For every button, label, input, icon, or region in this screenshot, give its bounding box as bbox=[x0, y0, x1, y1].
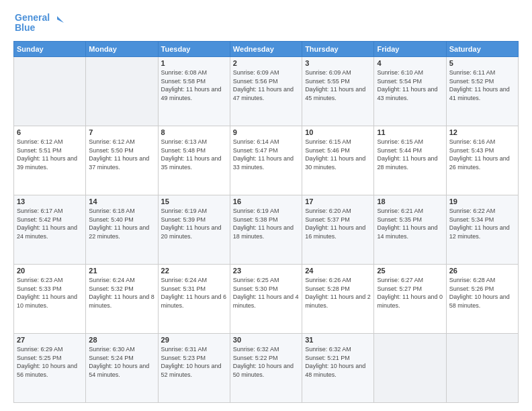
svg-text:Blue: Blue bbox=[15, 22, 36, 33]
day-info: Sunrise: 6:31 AMSunset: 5:23 PMDaylight:… bbox=[161, 345, 227, 379]
day-number: 18 bbox=[377, 197, 443, 205]
calendar-cell: 27Sunrise: 6:29 AMSunset: 5:25 PMDayligh… bbox=[14, 334, 86, 403]
calendar-week-4: 20Sunrise: 6:23 AMSunset: 5:33 PMDayligh… bbox=[14, 265, 519, 334]
calendar-week-3: 13Sunrise: 6:17 AMSunset: 5:42 PMDayligh… bbox=[14, 195, 519, 265]
day-info: Sunrise: 6:23 AMSunset: 5:33 PMDaylight:… bbox=[17, 276, 83, 310]
day-number: 29 bbox=[161, 336, 227, 344]
calendar-cell: 28Sunrise: 6:30 AMSunset: 5:24 PMDayligh… bbox=[86, 334, 158, 403]
calendar-cell: 1Sunrise: 6:08 AMSunset: 5:58 PMDaylight… bbox=[158, 57, 230, 126]
calendar-cell: 30Sunrise: 6:32 AMSunset: 5:22 PMDayligh… bbox=[230, 334, 302, 403]
calendar-cell: 6Sunrise: 6:12 AMSunset: 5:51 PMDaylight… bbox=[14, 126, 86, 195]
day-number: 30 bbox=[233, 336, 299, 344]
day-number: 15 bbox=[161, 197, 227, 205]
day-number: 4 bbox=[377, 59, 443, 67]
day-number: 2 bbox=[233, 59, 299, 67]
day-number: 17 bbox=[305, 197, 371, 205]
calendar-cell: 25Sunrise: 6:27 AMSunset: 5:27 PMDayligh… bbox=[374, 265, 446, 334]
calendar-cell: 7Sunrise: 6:12 AMSunset: 5:50 PMDaylight… bbox=[86, 126, 158, 195]
day-number: 27 bbox=[17, 336, 83, 344]
calendar-cell: 9Sunrise: 6:14 AMSunset: 5:47 PMDaylight… bbox=[230, 126, 302, 195]
calendar-cell: 11Sunrise: 6:15 AMSunset: 5:44 PMDayligh… bbox=[374, 126, 446, 195]
calendar-table: SundayMondayTuesdayWednesdayThursdayFrid… bbox=[13, 41, 519, 403]
header: GeneralBlue bbox=[13, 11, 519, 34]
day-info: Sunrise: 6:32 AMSunset: 5:22 PMDaylight:… bbox=[233, 345, 299, 379]
day-info: Sunrise: 6:30 AMSunset: 5:24 PMDaylight:… bbox=[89, 345, 154, 379]
day-info: Sunrise: 6:15 AMSunset: 5:44 PMDaylight:… bbox=[377, 138, 443, 171]
day-info: Sunrise: 6:19 AMSunset: 5:39 PMDaylight:… bbox=[161, 207, 227, 240]
day-number: 6 bbox=[17, 128, 83, 136]
calendar-cell: 26Sunrise: 6:28 AMSunset: 5:26 PMDayligh… bbox=[446, 265, 518, 334]
day-number: 7 bbox=[89, 128, 154, 136]
day-number: 22 bbox=[161, 267, 227, 275]
day-number: 16 bbox=[233, 197, 299, 205]
day-number: 19 bbox=[449, 197, 515, 205]
day-number: 10 bbox=[305, 128, 371, 136]
page: GeneralBlue SundayMondayTuesdayWednesday… bbox=[0, 0, 532, 411]
day-info: Sunrise: 6:24 AMSunset: 5:32 PMDaylight:… bbox=[89, 276, 154, 310]
calendar-cell: 31Sunrise: 6:32 AMSunset: 5:21 PMDayligh… bbox=[302, 334, 374, 403]
calendar-header-monday: Monday bbox=[86, 42, 158, 57]
calendar-week-1: 1Sunrise: 6:08 AMSunset: 5:58 PMDaylight… bbox=[14, 57, 519, 126]
day-number: 23 bbox=[233, 267, 299, 275]
day-info: Sunrise: 6:26 AMSunset: 5:28 PMDaylight:… bbox=[305, 276, 371, 310]
calendar-cell: 20Sunrise: 6:23 AMSunset: 5:33 PMDayligh… bbox=[14, 265, 86, 334]
day-number: 25 bbox=[377, 267, 443, 275]
calendar-cell: 22Sunrise: 6:24 AMSunset: 5:31 PMDayligh… bbox=[158, 265, 230, 334]
day-number: 12 bbox=[449, 128, 515, 136]
day-number: 21 bbox=[89, 267, 154, 275]
logo: GeneralBlue bbox=[13, 11, 67, 34]
day-info: Sunrise: 6:28 AMSunset: 5:26 PMDaylight:… bbox=[449, 276, 515, 310]
calendar-week-5: 27Sunrise: 6:29 AMSunset: 5:25 PMDayligh… bbox=[14, 334, 519, 403]
calendar-cell: 2Sunrise: 6:09 AMSunset: 5:56 PMDaylight… bbox=[230, 57, 302, 126]
calendar-cell bbox=[446, 334, 518, 403]
day-info: Sunrise: 6:20 AMSunset: 5:37 PMDaylight:… bbox=[305, 207, 371, 240]
day-number: 31 bbox=[305, 336, 371, 344]
calendar-cell bbox=[86, 57, 158, 126]
day-info: Sunrise: 6:13 AMSunset: 5:48 PMDaylight:… bbox=[161, 138, 227, 171]
calendar-cell: 4Sunrise: 6:10 AMSunset: 5:54 PMDaylight… bbox=[374, 57, 446, 126]
day-info: Sunrise: 6:24 AMSunset: 5:31 PMDaylight:… bbox=[161, 276, 227, 310]
day-info: Sunrise: 6:09 AMSunset: 5:56 PMDaylight:… bbox=[233, 68, 299, 102]
day-info: Sunrise: 6:15 AMSunset: 5:46 PMDaylight:… bbox=[305, 138, 371, 171]
day-number: 11 bbox=[377, 128, 443, 136]
calendar-cell: 13Sunrise: 6:17 AMSunset: 5:42 PMDayligh… bbox=[14, 195, 86, 265]
calendar-header-thursday: Thursday bbox=[302, 42, 374, 57]
calendar-cell: 12Sunrise: 6:16 AMSunset: 5:43 PMDayligh… bbox=[446, 126, 518, 195]
svg-marker-2 bbox=[57, 16, 64, 23]
day-info: Sunrise: 6:17 AMSunset: 5:42 PMDaylight:… bbox=[17, 207, 83, 240]
day-number: 14 bbox=[89, 197, 154, 205]
calendar-cell: 18Sunrise: 6:21 AMSunset: 5:35 PMDayligh… bbox=[374, 195, 446, 265]
calendar-header-sunday: Sunday bbox=[14, 42, 86, 57]
day-info: Sunrise: 6:16 AMSunset: 5:43 PMDaylight:… bbox=[449, 138, 515, 171]
calendar-header-saturday: Saturday bbox=[446, 42, 518, 57]
day-number: 13 bbox=[17, 197, 83, 205]
calendar-header-tuesday: Tuesday bbox=[158, 42, 230, 57]
day-info: Sunrise: 6:08 AMSunset: 5:58 PMDaylight:… bbox=[161, 68, 227, 102]
calendar-header-friday: Friday bbox=[374, 42, 446, 57]
day-info: Sunrise: 6:18 AMSunset: 5:40 PMDaylight:… bbox=[89, 207, 154, 240]
day-number: 24 bbox=[305, 267, 371, 275]
day-info: Sunrise: 6:27 AMSunset: 5:27 PMDaylight:… bbox=[377, 276, 443, 310]
day-info: Sunrise: 6:19 AMSunset: 5:38 PMDaylight:… bbox=[233, 207, 299, 240]
day-number: 28 bbox=[89, 336, 154, 344]
calendar-cell: 3Sunrise: 6:09 AMSunset: 5:55 PMDaylight… bbox=[302, 57, 374, 126]
day-info: Sunrise: 6:11 AMSunset: 5:52 PMDaylight:… bbox=[449, 68, 515, 102]
day-number: 3 bbox=[305, 59, 371, 67]
day-number: 9 bbox=[233, 128, 299, 136]
day-info: Sunrise: 6:10 AMSunset: 5:54 PMDaylight:… bbox=[377, 68, 443, 102]
calendar-cell: 10Sunrise: 6:15 AMSunset: 5:46 PMDayligh… bbox=[302, 126, 374, 195]
calendar-cell: 16Sunrise: 6:19 AMSunset: 5:38 PMDayligh… bbox=[230, 195, 302, 265]
calendar-cell: 29Sunrise: 6:31 AMSunset: 5:23 PMDayligh… bbox=[158, 334, 230, 403]
svg-text:General: General bbox=[15, 12, 50, 23]
calendar-header-wednesday: Wednesday bbox=[230, 42, 302, 57]
calendar-cell bbox=[374, 334, 446, 403]
day-info: Sunrise: 6:29 AMSunset: 5:25 PMDaylight:… bbox=[17, 345, 83, 379]
calendar-cell: 15Sunrise: 6:19 AMSunset: 5:39 PMDayligh… bbox=[158, 195, 230, 265]
calendar-cell: 24Sunrise: 6:26 AMSunset: 5:28 PMDayligh… bbox=[302, 265, 374, 334]
day-info: Sunrise: 6:09 AMSunset: 5:55 PMDaylight:… bbox=[305, 68, 371, 102]
day-info: Sunrise: 6:21 AMSunset: 5:35 PMDaylight:… bbox=[377, 207, 443, 240]
calendar-cell: 19Sunrise: 6:22 AMSunset: 5:34 PMDayligh… bbox=[446, 195, 518, 265]
calendar-cell: 17Sunrise: 6:20 AMSunset: 5:37 PMDayligh… bbox=[302, 195, 374, 265]
day-info: Sunrise: 6:32 AMSunset: 5:21 PMDaylight:… bbox=[305, 345, 371, 379]
calendar-cell: 21Sunrise: 6:24 AMSunset: 5:32 PMDayligh… bbox=[86, 265, 158, 334]
